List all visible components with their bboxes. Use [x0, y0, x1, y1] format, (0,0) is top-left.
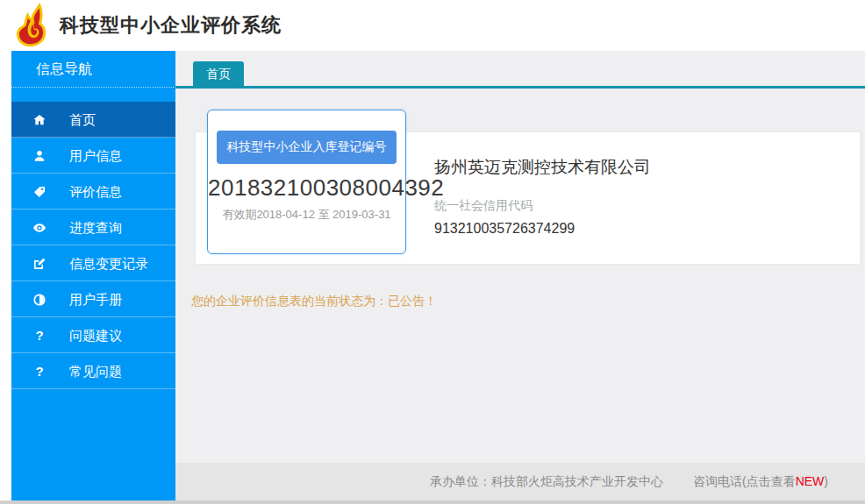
main-content: 首页 科技型中小企业入库登记编号 201832100308004392 有效期2… [175, 51, 865, 504]
footer: 承办单位：科技部火炬高技术产业开发中心 咨询电话(点击查看NEW) [175, 463, 865, 500]
sidebar-item-label: 进度查询 [69, 220, 122, 235]
footer-new-badge: NEW [796, 474, 825, 488]
credit-code-label: 统一社会信用代码 [434, 198, 651, 214]
sidebar-item-label: 评价信息 [69, 184, 122, 199]
sidebar-item-label: 信息变更记录 [69, 256, 148, 271]
sidebar-menu: 首页用户信息评价信息进度查询信息变更记录用户手册?问题建议?常见问题 [11, 102, 175, 389]
sidebar-item-faq[interactable]: ?常见问题 [11, 353, 175, 389]
app-title: 科技型中小企业评价系统 [60, 0, 282, 51]
credit-code-value: 913210035726374299 [434, 221, 651, 237]
bottom-scrollbar-strip[interactable] [0, 500, 865, 504]
registration-number: 201832100308004392 [208, 174, 405, 202]
question-icon: ? [31, 317, 48, 353]
question-icon: ? [31, 353, 48, 389]
footer-organizer: 承办单位：科技部火炬高技术产业开发中心 [430, 474, 663, 490]
company-name: 扬州英迈克测控技术有限公司 [434, 156, 651, 179]
sidebar-item-label: 用户信息 [69, 148, 122, 163]
sidebar-item-label: 首页 [69, 112, 96, 127]
registration-card: 科技型中小企业入库登记编号 201832100308004392 有效期2018… [207, 110, 406, 254]
sidebar-item-suggest[interactable]: ?问题建议 [11, 317, 175, 353]
user-icon [31, 138, 48, 174]
eye-icon [31, 209, 48, 245]
sidebar-item-label: 问题建议 [69, 328, 122, 343]
edit-icon [31, 245, 48, 281]
registration-badge[interactable]: 科技型中小企业入库登记编号 [217, 131, 397, 164]
tab-bar: 首页 [175, 51, 865, 89]
sidebar-item-progress[interactable]: 进度查询 [11, 209, 175, 245]
sidebar: 信息导航 首页用户信息评价信息进度查询信息变更记录用户手册?问题建议?常见问题 [11, 51, 175, 500]
company-block: 扬州英迈克测控技术有限公司 统一社会信用代码 91321003572637429… [434, 156, 651, 237]
header: 科技型中小企业评价系统 [0, 0, 865, 51]
sidebar-item-change-log[interactable]: 信息变更记录 [11, 245, 175, 281]
footer-phone-link[interactable]: 咨询电话(点击查看NEW) [693, 474, 828, 490]
sidebar-panel-title: 信息导航 [11, 51, 175, 88]
sidebar-item-label: 用户手册 [69, 292, 122, 307]
registration-validity: 有效期2018-04-12 至 2019-03-31 [208, 207, 405, 223]
sidebar-item-label: 常见问题 [69, 364, 122, 379]
sidebar-item-user-info[interactable]: 用户信息 [11, 138, 175, 174]
sidebar-item-home[interactable]: 首页 [11, 102, 175, 138]
sidebar-item-manual[interactable]: 用户手册 [11, 281, 175, 317]
tag-icon [31, 174, 48, 209]
sidebar-item-eval-info[interactable]: 评价信息 [11, 174, 175, 209]
status-message: 您的企业评价信息表的当前状态为：已公告！ [191, 294, 437, 309]
page: 科技型中小企业评价系统 信息导航 首页用户信息评价信息进度查询信息变更记录用户手… [0, 0, 865, 504]
footer-phone-text: 咨询电话(点击查看 [693, 474, 796, 488]
home-icon [31, 102, 48, 138]
torch-logo-icon [11, 4, 53, 47]
adjust-icon [31, 281, 48, 317]
tab-home[interactable]: 首页 [193, 61, 244, 89]
footer-phone-suffix: ) [824, 474, 828, 488]
